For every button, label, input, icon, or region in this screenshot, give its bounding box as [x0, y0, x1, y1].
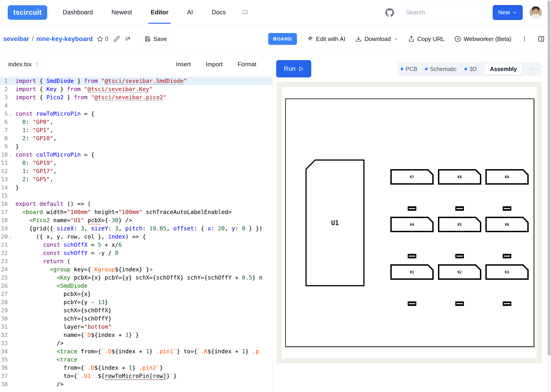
- code-line[interactable]: 9}: [0, 142, 272, 151]
- nav-item-editor[interactable]: Editor: [149, 1, 170, 24]
- star-button[interactable]: 0: [97, 35, 108, 42]
- tab-schematic[interactable]: Schematic: [425, 66, 457, 72]
- github-icon[interactable]: [385, 8, 394, 17]
- fold-marker-icon[interactable]: ⌄: [8, 151, 13, 159]
- code-line[interactable]: 24 <group key={`Kgroup${index}`}>: [0, 266, 272, 274]
- code-line[interactable]: 22 const schOffY = -y / 8: [0, 249, 272, 257]
- fork-button[interactable]: [125, 36, 131, 42]
- save-icon: [145, 36, 151, 42]
- scrollbar-thumb[interactable]: [548, 0, 551, 356]
- save-button-label: Save: [153, 35, 167, 42]
- code-line[interactable]: 5⌄const rowToMicroPin = {: [0, 110, 272, 118]
- code-line[interactable]: 31 layer="bottom": [0, 323, 272, 331]
- code-line[interactable]: 37 to={`.U1 .${rowToMicroPin[row]}`}: [0, 372, 272, 380]
- diode-stripe: [457, 256, 463, 257]
- avatar[interactable]: [530, 6, 542, 19]
- key-label-k2: K2: [458, 270, 462, 274]
- run-button[interactable]: Run: [276, 60, 311, 77]
- code-line[interactable]: 18 <Pico2 name="U1" pcbX={-30} />: [0, 216, 272, 224]
- code-line[interactable]: 27 pcbX={x}: [0, 290, 272, 298]
- new-button-label: New: [498, 9, 510, 16]
- code-line[interactable]: 4: [0, 102, 272, 110]
- diode-stripe: [409, 208, 415, 209]
- nav-item-docs[interactable]: Docs: [210, 1, 227, 24]
- page-scrollbar[interactable]: [547, 0, 551, 392]
- code-line[interactable]: 20⌄ ({ x, y, row, col }, index) => {: [0, 233, 272, 241]
- menu-insert[interactable]: Insert: [176, 61, 191, 68]
- code-line[interactable]: 10⌄const colToMicroPin = {: [0, 151, 272, 159]
- share-upload-icon: [408, 36, 415, 42]
- code-line[interactable]: 14}: [0, 183, 272, 192]
- code-panel: index.tsx Insert Import Format 1import {…: [0, 53, 272, 392]
- view-tabs: PCBSchematic3DAssembly···: [397, 62, 541, 76]
- code-line[interactable]: 25 <Key pcbX={x} pcbY={y} schX={schOffX}…: [0, 274, 272, 282]
- breadcrumb-owner[interactable]: seveibar: [3, 35, 29, 42]
- discord-icon[interactable]: [242, 9, 249, 16]
- chevron-down-icon: [512, 10, 517, 15]
- code-line[interactable]: 15: [0, 192, 272, 200]
- star-count: 0: [105, 35, 108, 42]
- code-line[interactable]: 2import { Key } from "@tsci/seveibar.Key…: [0, 85, 272, 93]
- menu-format[interactable]: Format: [238, 61, 256, 68]
- code-line[interactable]: 6 0: "GP0",: [0, 118, 272, 126]
- key-label-k1: K1: [410, 270, 414, 274]
- code-line[interactable]: 33 />: [0, 339, 272, 347]
- code-line[interactable]: 19 {grid({ sizeX: 3, sizeY: 3, pitch: 19…: [0, 224, 272, 233]
- code-line[interactable]: 8 2: "GP10",: [0, 134, 272, 142]
- code-line[interactable]: 17 <board width="100mm" height="100mm" s…: [0, 208, 272, 216]
- editor-toolbar: index.tsx Insert Import Format: [0, 53, 272, 76]
- code-line[interactable]: 28 pcbY={y - 13}: [0, 298, 272, 306]
- new-button[interactable]: New: [493, 5, 523, 20]
- code-line[interactable]: 1import { SmdDiode } from "@tsci/seveiba…: [0, 77, 272, 85]
- code-line[interactable]: 26 <SmdDiode: [0, 282, 272, 290]
- rename-button[interactable]: [114, 36, 120, 42]
- code-line[interactable]: 34 <trace from={`.D${index + 1} .pin1`} …: [0, 347, 272, 356]
- code-line[interactable]: 12 1: "GP17",: [0, 167, 272, 175]
- code-line[interactable]: 23 return (: [0, 257, 272, 266]
- copy-url-button[interactable]: Copy URL: [408, 35, 444, 42]
- code-line[interactable]: 38 />: [0, 380, 272, 388]
- code-line[interactable]: 29 schX={schOffX}: [0, 306, 272, 315]
- tab-assembly[interactable]: Assembly: [485, 63, 522, 75]
- code-line[interactable]: 7 1: "GP1",: [0, 126, 272, 134]
- tab-pcb[interactable]: PCB: [401, 66, 417, 72]
- code-line[interactable]: 32 name={`D${index + 1}`}: [0, 331, 272, 339]
- webworker-toggle[interactable]: Webworker (Beta): [455, 35, 511, 42]
- assembly-canvas[interactable]: U1K7K8K9K4K5K6K1K2K3: [277, 82, 542, 363]
- diode-stripe: [504, 256, 510, 257]
- key-label-k7: K7: [410, 175, 414, 179]
- nav-links: Dashboard Newest Editor AI Docs: [61, 1, 227, 24]
- edit-with-ai-button[interactable]: Edit with AI: [307, 35, 345, 42]
- chevron-down-icon: [394, 37, 398, 41]
- fold-marker-icon[interactable]: ⌄: [8, 110, 13, 118]
- menu-import[interactable]: Import: [206, 61, 223, 68]
- fold-marker-icon[interactable]: ⌄: [8, 233, 13, 241]
- more-options-button[interactable]: [521, 36, 528, 42]
- nav-item-dashboard[interactable]: Dashboard: [61, 1, 94, 24]
- code-line[interactable]: 35 <trace: [0, 356, 272, 364]
- breadcrumb-project[interactable]: nine-key-keyboard: [36, 35, 93, 42]
- file-selector[interactable]: index.tsx: [3, 58, 44, 71]
- key-label-k8: K8: [458, 175, 462, 179]
- tabs-more-button[interactable]: ···: [530, 65, 538, 73]
- search-input[interactable]: [401, 5, 486, 20]
- code-line[interactable]: 21 const schOffX = 5 + x/6: [0, 241, 272, 249]
- main-split: index.tsx Insert Import Format 1import {…: [0, 53, 551, 392]
- brand-logo[interactable]: tscircuit: [8, 5, 47, 20]
- code-line[interactable]: 13 2: "GP5",: [0, 175, 272, 183]
- tab-3d[interactable]: 3D: [465, 66, 477, 72]
- nav-item-ai[interactable]: AI: [186, 1, 194, 24]
- code-line[interactable]: 3import { Pico2 } from "@tsci/seveibar.p…: [0, 93, 272, 102]
- code-line[interactable]: 36 from={`.D${index + 1} .pin2`}: [0, 364, 272, 372]
- code-editor[interactable]: 1import { SmdDiode } from "@tsci/seveiba…: [0, 76, 272, 392]
- component-u1-label: U1: [331, 219, 339, 227]
- code-line[interactable]: 30 schY={schOffY}: [0, 315, 272, 323]
- toggle-panel-button[interactable]: [538, 35, 545, 42]
- download-button[interactable]: Download: [355, 35, 398, 42]
- code-line[interactable]: 11 0: "GP19",: [0, 159, 272, 167]
- save-button[interactable]: Save: [139, 33, 172, 45]
- diode-stripe: [504, 303, 510, 304]
- nav-right-group: New: [385, 5, 542, 20]
- nav-item-newest[interactable]: Newest: [110, 1, 133, 24]
- code-line[interactable]: 16export default () => (: [0, 200, 272, 208]
